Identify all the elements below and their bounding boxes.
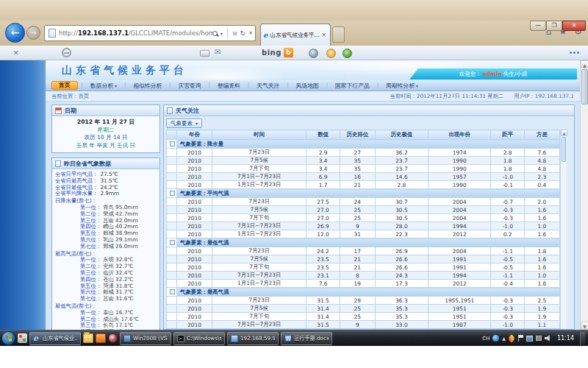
nav-item-0[interactable]: 首页 bbox=[51, 81, 78, 90]
table-row[interactable]: 20107月1日~7月23日31.5933.01987-1.01.1 bbox=[167, 321, 560, 329]
table-row[interactable]: 20107月23日2.92736.219742.87.6 bbox=[167, 149, 560, 157]
stop-icon[interactable]: ✕ bbox=[248, 30, 253, 36]
start-button[interactable] bbox=[1, 331, 15, 345]
table-row[interactable]: 20101月1日~7月23日12.03122.320120.21.6 bbox=[167, 230, 560, 238]
table-cell: 2012 bbox=[428, 230, 491, 238]
nav-item-5[interactable]: 天气关注 bbox=[250, 82, 286, 90]
table-cell: 2004 bbox=[428, 214, 491, 222]
clock[interactable]: 11:14 bbox=[557, 335, 574, 342]
input-language-indicator[interactable]: CH bbox=[482, 336, 490, 342]
taskbar-button-0[interactable]: Win2008 (VS2... bbox=[120, 332, 171, 345]
nav-item-4[interactable]: 整编资料 bbox=[211, 82, 247, 90]
browser-tab[interactable]: e 山东省气候业务平... × bbox=[260, 24, 331, 46]
table-row[interactable]: 20107月23日24.21726.92004-1.11.8 bbox=[167, 247, 560, 255]
scroll-up-icon[interactable]: ▲ bbox=[581, 60, 588, 68]
nav-item-3[interactable]: 灾害查询 bbox=[171, 82, 207, 90]
group-header-row[interactable]: 气象要素：平均气温 bbox=[167, 189, 560, 198]
media-player-icon[interactable] bbox=[108, 333, 118, 343]
column-header[interactable]: 出现年份 bbox=[428, 130, 491, 140]
more-options-icon[interactable] bbox=[570, 52, 579, 54]
close-button[interactable]: ✕ bbox=[562, 21, 586, 31]
table-cell: 7月5候 bbox=[212, 157, 306, 165]
maximize-button[interactable]: ❐ bbox=[546, 21, 562, 31]
clover-icon[interactable] bbox=[343, 49, 352, 58]
group-header-row[interactable]: 气象要素：降水量 bbox=[167, 140, 560, 149]
network-icon[interactable] bbox=[526, 336, 533, 342]
table-row[interactable]: 20107月1日~7月23日6.91614.61957-1.02.3 bbox=[167, 173, 560, 181]
panel-scrollbar[interactable]: ▲ bbox=[560, 130, 567, 330]
bing-toolbar-logo[interactable]: bing b bbox=[262, 48, 293, 57]
column-header[interactable]: 方差 bbox=[524, 130, 559, 140]
pinned-app-icon[interactable] bbox=[96, 333, 106, 343]
scroll-down-icon[interactable]: ▼ bbox=[581, 322, 588, 330]
browser-scrollbar[interactable]: ▲ ▼ bbox=[580, 60, 588, 330]
table-row[interactable]: 20107月1日~7月23日23.1824.31994-1.11.0 bbox=[167, 272, 560, 280]
sparkle-icon[interactable] bbox=[326, 49, 336, 58]
show-desktop-button[interactable] bbox=[580, 332, 585, 345]
column-header[interactable]: 数值 bbox=[306, 130, 340, 140]
expand-checkbox[interactable] bbox=[170, 191, 175, 196]
column-header[interactable]: 历史排位 bbox=[340, 130, 375, 140]
nav-item-1[interactable]: 数据分析 ▾ bbox=[84, 82, 123, 90]
scroll-thumb[interactable] bbox=[562, 137, 566, 162]
table-row[interactable]: 20107月下旬31.42535.31951-0.31.9 bbox=[167, 313, 560, 321]
compatibility-view-icon[interactable]: ⊞ bbox=[232, 30, 237, 37]
toolbar-close-icon[interactable]: ✕ bbox=[13, 49, 19, 57]
address-bar[interactable]: http://192.168.137.1/GLCCLIMATE/modules/… bbox=[44, 25, 256, 41]
nav-item-7[interactable]: 国家下行产品 bbox=[329, 82, 376, 90]
expand-checkbox[interactable] bbox=[170, 289, 175, 294]
table-row[interactable]: 20107月5候23.52126.61991-0.51.6 bbox=[167, 255, 560, 263]
tab-close-icon[interactable]: × bbox=[320, 32, 328, 38]
envelope-icon[interactable]: ✉ bbox=[215, 48, 220, 56]
table-row[interactable]: 20107月下旬3.43523.719901.84.8 bbox=[167, 165, 560, 173]
scroll-up-icon[interactable]: ▲ bbox=[561, 130, 567, 136]
nav-item-6[interactable]: 风场地图 bbox=[290, 82, 326, 90]
table-row[interactable]: 20107月1日~7月23日26.9928.01994-1.01.0 bbox=[167, 222, 560, 230]
hidden-icons-arrow[interactable]: ▲ bbox=[502, 336, 506, 341]
explorer-folder-icon[interactable] bbox=[83, 333, 93, 343]
volume-icon[interactable] bbox=[545, 335, 551, 342]
scroll-thumb[interactable] bbox=[581, 69, 588, 105]
expand-checkbox[interactable] bbox=[170, 141, 175, 146]
column-header[interactable]: 时间 bbox=[212, 130, 306, 140]
table-row[interactable]: 20107月下旬27.02530.52004-0.31.6 bbox=[167, 214, 560, 222]
column-header[interactable]: 年份 bbox=[177, 130, 212, 140]
window-titlebar[interactable] bbox=[0, 0, 588, 21]
table-row[interactable]: 20107月23日27.52430.72004-0.72.0 bbox=[167, 198, 560, 206]
table-row[interactable]: 20107月5候27.02530.52004-0.31.6 bbox=[167, 206, 560, 214]
new-tab-button[interactable] bbox=[332, 26, 345, 43]
usb-icon[interactable] bbox=[536, 336, 542, 341]
refresh-icon[interactable]: ↻ bbox=[240, 29, 246, 37]
forward-button[interactable]: → bbox=[26, 26, 40, 40]
table-row[interactable]: 20107月5候31.42535.31951-0.31.9 bbox=[167, 305, 560, 313]
tray-app-icon[interactable] bbox=[18, 333, 27, 343]
expand-checkbox[interactable] bbox=[170, 240, 175, 245]
antivirus-icon[interactable] bbox=[492, 335, 499, 342]
minimize-button[interactable]: — bbox=[530, 21, 546, 31]
flash-icon[interactable] bbox=[507, 334, 515, 342]
disc-icon[interactable] bbox=[309, 49, 318, 58]
url-text[interactable]: http://192.168.137.1/GLCCLIMATE/modules/… bbox=[59, 29, 212, 37]
table-row[interactable]: 20107月下旬23.52126.61991-0.51.6 bbox=[167, 263, 560, 272]
action-center-flag-icon[interactable] bbox=[517, 335, 523, 342]
table-row[interactable]: 20107月23日31.52936.31955,1951-0.32.5 bbox=[167, 297, 560, 305]
nav-item-2[interactable]: 相似性分析 bbox=[126, 82, 168, 90]
blocked-addon-icon[interactable] bbox=[62, 48, 71, 57]
taskbar-ie-button[interactable]: e 山东省气候业... bbox=[29, 332, 81, 345]
taskbar-button-2[interactable]: 192.168.59.99... bbox=[227, 332, 279, 345]
taskbar-button-3[interactable]: 运行手册.docx -... bbox=[281, 332, 332, 345]
chevron-down-icon[interactable]: ▾ bbox=[220, 31, 223, 36]
table-row[interactable]: 20107月5候3.43523.719901.84.8 bbox=[167, 157, 560, 165]
element-filter-button[interactable]: 气象要素 ▾ bbox=[166, 118, 202, 128]
column-header[interactable]: 历史极值 bbox=[375, 130, 428, 140]
table-row[interactable]: 20101月1日~7月23日1.7212.81990-0.10.4 bbox=[167, 181, 560, 189]
group-header-row[interactable]: 气象要素：最低气温 bbox=[167, 238, 560, 247]
search-icon[interactable] bbox=[212, 31, 218, 36]
back-button[interactable]: ← bbox=[5, 23, 25, 43]
column-header[interactable]: 距平 bbox=[491, 130, 524, 140]
table-row[interactable]: 20101月1日~7月23日7.61917.32012-0.41.6 bbox=[167, 280, 560, 288]
group-header-row[interactable]: 气象要素：最高气温 bbox=[167, 288, 560, 297]
taskbar-button-1[interactable]: C:\Windows\s... bbox=[173, 332, 225, 345]
card-icon[interactable] bbox=[200, 50, 209, 57]
nav-item-8[interactable]: 周期性分析 ▾ bbox=[379, 82, 425, 90]
